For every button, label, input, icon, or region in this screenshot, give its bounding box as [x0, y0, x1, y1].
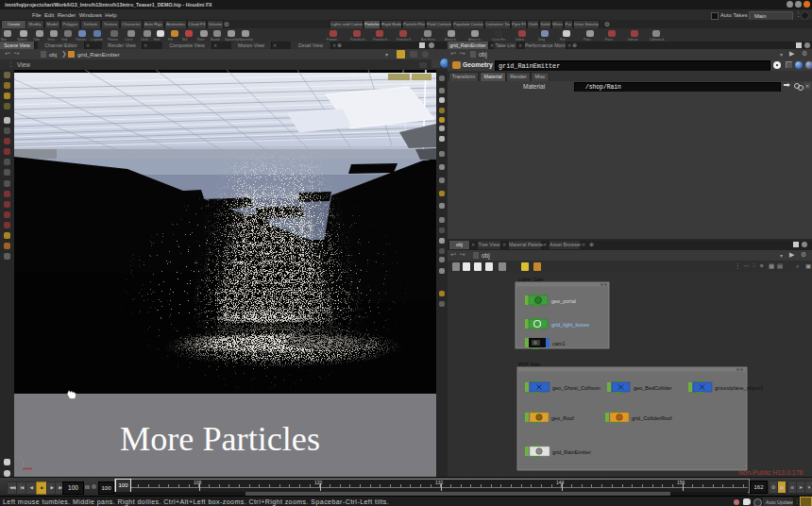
- svg-text:geo_Roof: geo_Roof: [551, 415, 574, 421]
- svg-text:grid_RainEmitter: grid_RainEmitter: [552, 449, 591, 455]
- svg-text:More Particles: More Particles: [120, 420, 320, 458]
- svg-text:geo_portal: geo_portal: [551, 298, 576, 304]
- svg-text:groundplane_object1: groundplane_object1: [715, 385, 763, 391]
- svg-text:y: y: [20, 455, 22, 460]
- svg-text:cam1: cam1: [552, 341, 565, 346]
- svg-text:grid_ColliderRoof: grid_ColliderRoof: [632, 415, 672, 421]
- svg-text:Lights_Cam: Lights_Cam: [518, 277, 544, 282]
- svg-text:geo_BedCollider: geo_BedCollider: [634, 385, 672, 391]
- svg-text:grid_light_boxes: grid_light_boxes: [551, 322, 589, 328]
- svg-text:geo_Ghost_Collision: geo_Ghost_Collision: [552, 385, 601, 391]
- svg-text:POP_Rain: POP_Rain: [518, 362, 541, 367]
